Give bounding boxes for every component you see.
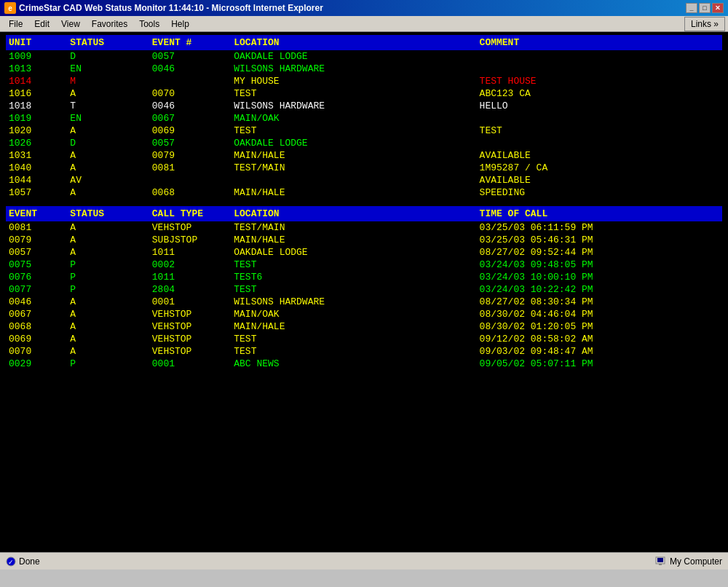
menu-edit[interactable]: Edit xyxy=(28,17,55,31)
close-button[interactable]: ✕ xyxy=(712,3,724,13)
event-table-row: 0076 P 1011 TEST6 03/24/03 10:00:10 PM xyxy=(6,271,722,283)
menu-tools[interactable]: Tools xyxy=(133,17,165,31)
minimize-button[interactable]: _ xyxy=(686,3,697,13)
unit-table-header: UNIT STATUS EVENT # LOCATION COMMENT xyxy=(6,35,722,50)
event-location-cell: MAIN/HALE xyxy=(231,234,476,246)
unit-table-row: 1013 EN 0046 WILSONS HARDWARE xyxy=(6,63,722,75)
time-cell: 08/27/02 09:52:44 PM xyxy=(477,246,722,259)
time-cell: 03/24/03 10:22:42 PM xyxy=(477,283,722,296)
comment-cell: SPEEDING xyxy=(477,186,722,199)
unit-cell: 1019 xyxy=(6,112,67,125)
comment-cell: AVAILABLE xyxy=(477,174,722,186)
status-cell: T xyxy=(67,100,149,112)
status-cell: A xyxy=(67,186,149,199)
event-cell: 0067 xyxy=(149,112,231,125)
time-cell: 09/05/02 05:07:11 PM xyxy=(477,358,722,370)
calltype-cell: 0001 xyxy=(149,296,231,308)
computer-label: My Computer xyxy=(670,556,722,567)
unit-table-row: 1026 D 0057 OAKDALE LODGE xyxy=(6,137,722,149)
links-area[interactable]: Links » xyxy=(684,17,725,31)
status-cell: EN xyxy=(67,63,149,75)
event-num-cell: 0081 xyxy=(6,221,67,234)
event-location-cell: MAIN/HALE xyxy=(231,320,476,333)
event-table-row: 0067 A VEHSTOP MAIN/OAK 08/30/02 04:46:0… xyxy=(6,308,722,320)
menu-favorites[interactable]: Favorites xyxy=(86,17,133,31)
unit-table-row: 1040 A 0081 TEST/MAIN 1M95287 / CA xyxy=(6,162,722,174)
done-label: Done xyxy=(19,556,40,567)
location-cell: MAIN/OAK xyxy=(231,112,476,125)
event-status-cell: A xyxy=(67,333,149,345)
unit-table-row: 1031 A 0079 MAIN/HALE AVAILABLE xyxy=(6,149,722,162)
unit-cell: 1026 xyxy=(6,137,67,149)
comment-cell xyxy=(477,63,722,75)
event-status-cell: A xyxy=(67,234,149,246)
event-status-cell: A xyxy=(67,345,149,358)
event-cell xyxy=(149,75,231,87)
event-status-cell: P xyxy=(67,259,149,271)
unit-table-row: 1020 A 0069 TEST TEST xyxy=(6,125,722,137)
event-cell: 0079 xyxy=(149,149,231,162)
event-cell: 0046 xyxy=(149,100,231,112)
menu-file[interactable]: File xyxy=(3,17,28,31)
calltype-cell: 0002 xyxy=(149,259,231,271)
svg-text:✓: ✓ xyxy=(8,559,14,566)
time-cell: 03/25/03 05:46:31 PM xyxy=(477,234,722,246)
time-cell: 08/30/02 01:20:05 PM xyxy=(477,320,722,333)
status-cell: A xyxy=(67,125,149,137)
location-cell: MY HOUSE xyxy=(231,75,476,87)
calltype-cell: VEHSTOP xyxy=(149,320,231,333)
calltype-cell: VEHSTOP xyxy=(149,308,231,320)
maximize-button[interactable]: □ xyxy=(699,3,711,13)
time-cell: 03/24/03 09:48:05 PM xyxy=(477,259,722,271)
menu-view[interactable]: View xyxy=(55,17,86,31)
event-col-header: EVENT # xyxy=(149,35,231,50)
window-controls[interactable]: _ □ ✕ xyxy=(686,3,724,13)
unit-cell: 1057 xyxy=(6,186,67,199)
location-col-header: LOCATION xyxy=(231,35,476,50)
calltype-cell: VEHSTOP xyxy=(149,333,231,345)
event-cell: 0068 xyxy=(149,186,231,199)
event-status-cell: A xyxy=(67,296,149,308)
comment-cell xyxy=(477,137,722,149)
computer-icon xyxy=(655,556,667,567)
event-num-cell: 0079 xyxy=(6,234,67,246)
comment-col-header: COMMENT xyxy=(477,35,722,50)
calltype-cell: 1011 xyxy=(149,246,231,259)
app-icon: e xyxy=(4,2,16,14)
time-cell: 09/03/02 09:48:47 AM xyxy=(477,345,722,358)
event-status-cell: A xyxy=(67,320,149,333)
event-location-cell: MAIN/OAK xyxy=(231,308,476,320)
event-num-cell: 0067 xyxy=(6,308,67,320)
comment-cell: TEST HOUSE xyxy=(477,75,722,87)
event-table-row: 0057 A 1011 OAKDALE LODGE 08/27/02 09:52… xyxy=(6,246,722,259)
event-table-row: 0081 A VEHSTOP TEST/MAIN 03/25/03 06:11:… xyxy=(6,221,722,234)
event-cell xyxy=(149,174,231,186)
event-location-cell: TEST xyxy=(231,283,476,296)
location-cell: TEST xyxy=(231,87,476,100)
event-table: EVENT STATUS CALL TYPE LOCATION TIME OF … xyxy=(6,206,722,370)
time-cell: 08/27/02 08:30:34 PM xyxy=(477,296,722,308)
window-title: CrimeStar CAD Web Status Monitor 11:44:1… xyxy=(19,3,323,13)
status-bar: ✓ Done My Computer xyxy=(0,552,728,570)
event-status-cell: P xyxy=(67,358,149,370)
unit-cell: 1014 xyxy=(6,75,67,87)
event-num-cell: 0046 xyxy=(6,296,67,308)
event-location-cell: WILSONS HARDWARE xyxy=(231,296,476,308)
unit-table-row: 1044 AV AVAILABLE xyxy=(6,174,722,186)
time-cell: 03/24/03 10:00:10 PM xyxy=(477,271,722,283)
menu-help[interactable]: Help xyxy=(165,17,195,31)
location-cell: OAKDALE LODGE xyxy=(231,50,476,63)
unit-cell: 1018 xyxy=(6,100,67,112)
calltype-cell: 2804 xyxy=(149,283,231,296)
calltype-cell: 1011 xyxy=(149,271,231,283)
location-cell: TEST/MAIN xyxy=(231,162,476,174)
unit-cell: 1016 xyxy=(6,87,67,100)
time-cell: 09/12/02 08:58:02 AM xyxy=(477,333,722,345)
event-location-cell: TEST xyxy=(231,345,476,358)
time-col-header: TIME OF CALL xyxy=(477,206,722,221)
event-cell: 0057 xyxy=(149,50,231,63)
event-status-col-header: STATUS xyxy=(67,206,149,221)
location-cell: OAKDALE LODGE xyxy=(231,137,476,149)
event-location-cell: TEST/MAIN xyxy=(231,221,476,234)
location-cell: MAIN/HALE xyxy=(231,186,476,199)
